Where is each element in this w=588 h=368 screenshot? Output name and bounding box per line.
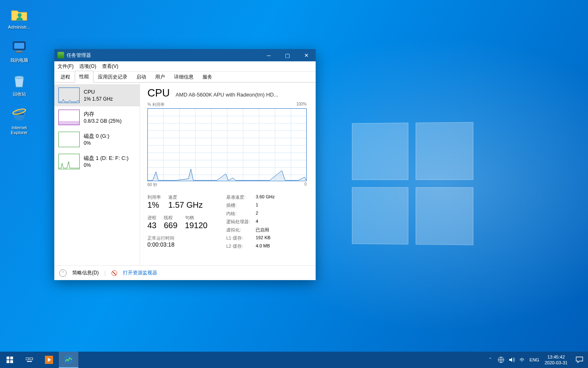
desktop-icon-computer[interactable]: 我的电脑: [4, 38, 34, 63]
system-tray: ˆ 中 ENG 13:45:42 2020-03-31: [485, 352, 588, 368]
icon-label: 回收站: [13, 91, 26, 97]
memory-thumb: [58, 110, 80, 125]
minimize-button[interactable]: ─: [259, 49, 278, 61]
task-view-button[interactable]: [20, 352, 39, 368]
tray-lang[interactable]: ENG: [528, 352, 541, 368]
menu-view[interactable]: 查看(V): [102, 63, 118, 70]
tab-processes[interactable]: 进程: [56, 71, 75, 83]
tabs: 进程 性能 应用历史记录 启动 用户 详细信息 服务: [54, 72, 316, 83]
brief-info-button[interactable]: 简略信息(D): [72, 269, 99, 276]
menubar: 文件(F) 选项(O) 查看(V): [54, 61, 316, 72]
stat-processes: 进程43: [147, 215, 156, 230]
tray-volume-icon[interactable]: [506, 352, 517, 368]
recycle-bin-icon: [11, 72, 28, 90]
wallpaper-windows-logo: [352, 122, 473, 245]
tab-startup[interactable]: 启动: [132, 71, 151, 83]
titlebar[interactable]: 任务管理器 ─ ▢ ✕: [54, 49, 316, 61]
tray-chevron-up-icon[interactable]: ˆ: [485, 352, 496, 368]
action-center-button[interactable]: [571, 352, 588, 368]
svg-rect-14: [27, 361, 32, 362]
task-manager-window: 任务管理器 ─ ▢ ✕ 文件(F) 选项(O) 查看(V) 进程 性能 应用历史…: [54, 49, 316, 280]
ie-icon: [11, 106, 28, 123]
cpu-details: 基准速度:3.60 GHz插槽:1内核:2逻辑处理器:4虚拟化:已启用L1 缓存…: [226, 194, 274, 249]
svg-rect-12: [26, 358, 29, 360]
stat-uptime: 正常运行时间0:00:03:18: [147, 235, 207, 248]
cpu-chart[interactable]: [147, 108, 307, 181]
main-heading: CPU: [147, 87, 170, 99]
menu-options[interactable]: 选项(O): [79, 63, 96, 70]
svg-rect-13: [30, 358, 33, 360]
resmon-icon: [111, 270, 117, 276]
tab-users[interactable]: 用户: [151, 71, 169, 83]
tab-app-history[interactable]: 应用历史记录: [94, 71, 132, 83]
app-icon: [58, 52, 64, 58]
icon-label: Internet Explorer: [11, 125, 28, 135]
user-folder-icon: [11, 6, 28, 23]
desktop-icon-recycle-bin[interactable]: 回收站: [4, 72, 34, 97]
sidebar-item-disk1[interactable]: 磁盘 1 (D: E: F: C:)0%: [54, 150, 140, 173]
stat-speed: 速度1.57 GHz: [168, 194, 203, 210]
svg-rect-4: [15, 52, 24, 53]
svg-rect-11: [10, 360, 13, 363]
taskbar-app-taskmgr[interactable]: [59, 352, 78, 368]
stat-threads: 线程669: [164, 215, 177, 230]
computer-icon: [11, 38, 28, 56]
sidebar-item-memory[interactable]: 内存0.8/3.2 GB (25%): [54, 106, 140, 128]
tab-performance[interactable]: 性能: [75, 71, 94, 83]
disk-thumb: [58, 154, 80, 169]
tab-details[interactable]: 详细信息: [169, 71, 198, 83]
svg-point-5: [15, 76, 24, 79]
stat-handles: 句柄19120: [185, 215, 208, 230]
taskbar-clock[interactable]: 13:45:42 2020-03-31: [541, 352, 571, 368]
svg-rect-3: [16, 51, 22, 52]
tab-services[interactable]: 服务: [198, 71, 217, 83]
desktop-icons: Administr... 我的电脑 回收站 Internet Explorer: [4, 6, 34, 135]
tray-network-icon[interactable]: [496, 352, 506, 368]
svg-rect-8: [7, 357, 9, 359]
cpu-thumb: [58, 88, 80, 103]
perf-sidebar: CPU1% 1.57 GHz 内存0.8/3.2 GB (25%) 磁盘 0 (…: [54, 83, 140, 265]
tray-ime-icon[interactable]: 中: [517, 352, 528, 368]
sidebar-item-disk0[interactable]: 磁盘 0 (G:)0%: [54, 128, 140, 150]
icon-label: Administr...: [8, 25, 30, 29]
taskbar-app-media[interactable]: [39, 352, 59, 368]
svg-rect-2: [14, 43, 24, 49]
svg-rect-9: [10, 357, 13, 359]
perf-main: CPU AMD A8-5600K APU with Radeon(tm) HD.…: [140, 83, 316, 265]
window-title: 任务管理器: [67, 52, 259, 59]
svg-rect-10: [7, 360, 9, 363]
svg-point-0: [18, 13, 22, 17]
desktop-icon-administrator[interactable]: Administr...: [4, 6, 34, 29]
chevron-up-icon[interactable]: ⌃: [59, 269, 67, 277]
close-button[interactable]: ✕: [297, 49, 316, 61]
start-button[interactable]: [0, 352, 20, 368]
icon-label: 我的电脑: [10, 57, 28, 63]
menu-file[interactable]: 文件(F): [58, 63, 74, 70]
taskbar: ˆ 中 ENG 13:45:42 2020-03-31: [0, 352, 588, 368]
maximize-button[interactable]: ▢: [278, 49, 297, 61]
desktop-icon-ie[interactable]: Internet Explorer: [4, 106, 34, 135]
open-resmon-link[interactable]: 打开资源监视器: [123, 269, 157, 276]
stat-utilization: 利用率1%: [147, 194, 161, 210]
window-footer: ⌃ 简略信息(D) | 打开资源监视器: [54, 265, 316, 280]
disk-thumb: [58, 132, 80, 147]
cpu-model: AMD A8-5600K APU with Radeon(tm) HD...: [176, 92, 278, 98]
desktop[interactable]: Administr... 我的电脑 回收站 Internet Explorer …: [0, 0, 588, 368]
sidebar-item-cpu[interactable]: CPU1% 1.57 GHz: [54, 84, 140, 106]
